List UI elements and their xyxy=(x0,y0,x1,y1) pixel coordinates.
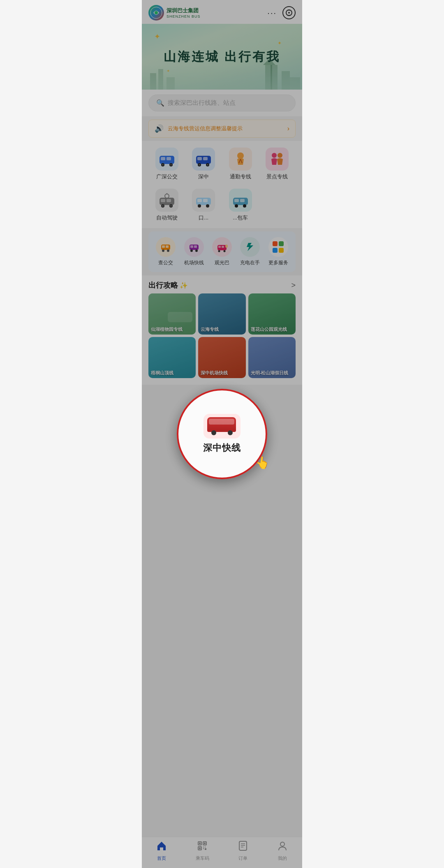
popup-bus-icon xyxy=(204,414,240,414)
popup-overlay[interactable]: 深中快线 👆 xyxy=(142,0,302,414)
popup-circle[interactable]: 深中快线 👆 xyxy=(177,389,267,414)
